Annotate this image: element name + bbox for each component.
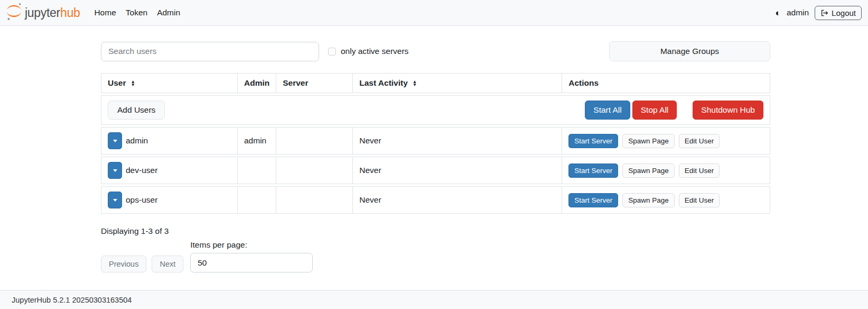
page-footer: JupyterHub 5.2.1 20250303163504 xyxy=(0,290,868,309)
start-server-button[interactable]: Start Server xyxy=(568,193,618,207)
server-cell xyxy=(276,186,352,214)
start-server-button[interactable]: Start Server xyxy=(568,134,618,148)
logout-label: Logout xyxy=(832,8,856,17)
only-active-checkbox[interactable] xyxy=(328,48,336,56)
items-per-page: Items per page: xyxy=(190,240,313,272)
users-table: User ▲▼ Admin Server Last Activity ▲▼ Ac… xyxy=(101,71,770,216)
caret-down-icon xyxy=(113,199,117,202)
column-header-user[interactable]: User ▲▼ xyxy=(101,73,237,93)
current-user-label: admin xyxy=(787,8,809,17)
stop-all-button[interactable]: Stop All xyxy=(632,101,677,120)
navbar-right: ◐ admin Logout xyxy=(776,6,862,20)
table-row: dev-user Never Start Server Spawn Page E… xyxy=(101,157,770,184)
admin-cell xyxy=(237,157,276,184)
spawn-page-button[interactable]: Spawn Page xyxy=(622,163,675,178)
column-header-last-activity[interactable]: Last Activity ▲▼ xyxy=(352,73,562,93)
username: admin xyxy=(126,136,148,146)
row-actions: Start Server Spawn Page Edit User xyxy=(568,163,763,178)
items-per-page-label: Items per page: xyxy=(190,240,313,250)
brand-wordmark: jupyterhub xyxy=(25,6,80,20)
row-expand-toggle[interactable] xyxy=(108,162,122,179)
username: ops-user xyxy=(126,195,157,205)
previous-page-button[interactable]: Previous xyxy=(101,256,146,272)
manage-groups-button[interactable]: Manage Groups xyxy=(609,41,770,61)
jupyterhub-logo[interactable]: jupyterhub xyxy=(5,2,80,23)
sort-icon[interactable]: ▲▼ xyxy=(130,80,135,86)
edit-user-button[interactable]: Edit User xyxy=(679,163,720,178)
only-active-label[interactable]: only active servers xyxy=(341,47,408,56)
pagination-controls: Previous Next Items per page: xyxy=(101,240,770,272)
column-header-admin: Admin xyxy=(237,73,276,93)
version-text: JupyterHub 5.2.1 20250303163504 xyxy=(12,296,132,304)
spawn-page-button[interactable]: Spawn Page xyxy=(622,134,675,148)
last-activity-cell: Never xyxy=(352,186,562,214)
main-nav: Home Token Admin xyxy=(89,8,185,17)
caret-down-icon xyxy=(113,140,117,142)
row-actions: Start Server Spawn Page Edit User xyxy=(568,134,763,148)
logout-icon xyxy=(820,9,828,17)
server-cell xyxy=(276,127,352,154)
admin-cell: admin xyxy=(237,127,276,154)
add-users-button[interactable]: Add Users xyxy=(108,101,165,120)
username: dev-user xyxy=(126,166,157,175)
table-row: admin admin Never Start Server Spawn Pag… xyxy=(101,127,770,154)
search-input[interactable] xyxy=(101,42,319,61)
theme-toggle-icon[interactable]: ◐ xyxy=(776,8,781,17)
last-activity-cell: Never xyxy=(352,157,562,184)
last-activity-cell: Never xyxy=(352,127,562,154)
active-servers-filter: only active servers xyxy=(328,47,408,56)
table-row: ops-user Never Start Server Spawn Page E… xyxy=(101,186,770,214)
logout-button[interactable]: Logout xyxy=(815,6,862,20)
table-header-row: User ▲▼ Admin Server Last Activity ▲▼ Ac… xyxy=(101,73,770,93)
shutdown-hub-button[interactable]: Shutdown Hub xyxy=(693,101,763,120)
jupyter-logo-icon xyxy=(5,2,23,23)
spawn-page-button[interactable]: Spawn Page xyxy=(622,193,675,207)
top-navbar: jupyterhub Home Token Admin ◐ admin Logo… xyxy=(0,0,868,26)
caret-down-icon xyxy=(113,169,117,172)
nav-link-token[interactable]: Token xyxy=(121,8,152,17)
row-expand-toggle[interactable] xyxy=(108,192,122,208)
row-expand-toggle[interactable] xyxy=(108,132,122,149)
pagination-summary: Displaying 1-3 of 3 xyxy=(101,226,770,236)
edit-user-button[interactable]: Edit User xyxy=(679,134,720,148)
last-activity-header-label: Last Activity xyxy=(359,78,408,88)
next-page-button[interactable]: Next xyxy=(152,256,183,272)
bulk-actions: Start All Stop All Shutdown Hub xyxy=(585,101,763,120)
items-per-page-input[interactable] xyxy=(190,253,313,272)
column-header-actions: Actions xyxy=(562,73,770,93)
nav-link-home[interactable]: Home xyxy=(89,8,120,17)
edit-user-button[interactable]: Edit User xyxy=(679,193,720,207)
admin-panel: only active servers Manage Groups User ▲… xyxy=(101,26,770,272)
start-all-button[interactable]: Start All xyxy=(585,101,630,120)
users-toolbar: only active servers Manage Groups xyxy=(101,41,770,61)
server-cell xyxy=(276,157,352,184)
row-actions: Start Server Spawn Page Edit User xyxy=(568,193,763,207)
table-controls-row: Add Users Start All Stop All Shutdown Hu… xyxy=(101,95,770,125)
column-header-server: Server xyxy=(276,73,352,93)
sort-icon[interactable]: ▲▼ xyxy=(413,80,417,86)
start-server-button[interactable]: Start Server xyxy=(568,163,618,178)
admin-cell xyxy=(237,186,276,214)
user-header-label: User xyxy=(108,78,126,88)
nav-link-admin[interactable]: Admin xyxy=(152,8,185,17)
